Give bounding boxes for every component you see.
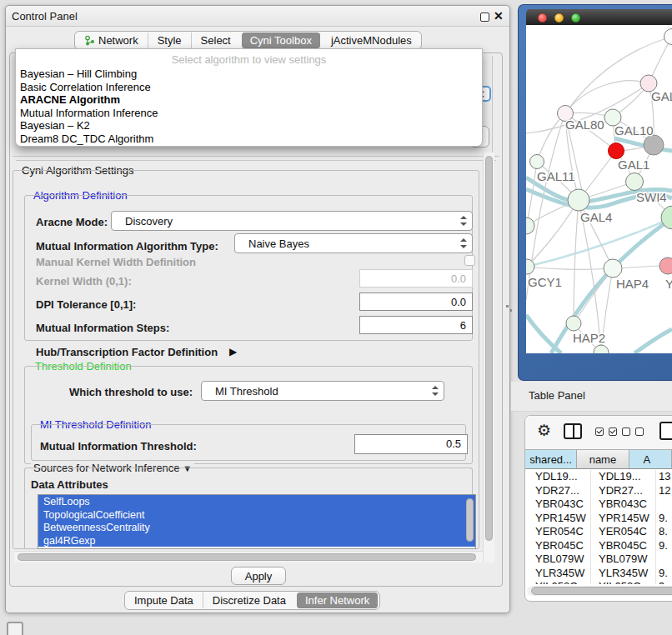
table-cell: YBR043C xyxy=(535,498,584,510)
table-row[interactable]: YER054CYER054C8. xyxy=(525,525,672,539)
node-gcy1-label: GCY1 xyxy=(528,275,562,289)
column-header[interactable]: A xyxy=(629,450,672,468)
hidden-panel-edge xyxy=(492,56,493,156)
table-row[interactable]: YDL19...YDL19...13 xyxy=(525,470,672,484)
table-hscroll-thumb[interactable] xyxy=(531,587,672,595)
deselect-all-checkboxes-icon[interactable] xyxy=(622,428,644,437)
algorithm-item[interactable]: Dream8 DC_TDC Algorithm xyxy=(16,132,482,146)
tab-label: jActiveMNodules xyxy=(331,34,412,47)
table-row[interactable]: YDR27...YDR27...12 xyxy=(525,484,672,498)
table-hscroll-track[interactable] xyxy=(527,586,672,596)
node-gcy1[interactable] xyxy=(526,259,534,274)
node-gal11-label: GAL11 xyxy=(537,169,575,183)
node-pink-right[interactable] xyxy=(659,258,672,274)
table-row[interactable]: YBL079WYBL079W xyxy=(525,552,672,567)
select-all-checkboxes-icon[interactable] xyxy=(595,428,617,437)
node-bottom[interactable] xyxy=(594,345,609,353)
table-row[interactable]: YBR045CYBR045C9. xyxy=(525,539,672,553)
table-toolbar: ⚙ xyxy=(525,416,672,449)
network-canvas[interactable]: GALGAL80GAL10GAL1GAL11SWI4GAL4GCY1HAP4YH… xyxy=(526,25,672,353)
manual-kernel-checkbox[interactable] xyxy=(464,255,475,266)
expand-right-icon[interactable]: ▶ xyxy=(229,346,237,358)
tab-infer-network[interactable]: Infer Network xyxy=(297,592,378,608)
mi-threshold-input[interactable]: 0.5 xyxy=(354,434,468,454)
data-attributes-list[interactable]: SelfLoopsTopologicalCoefficientBetweenne… xyxy=(38,494,476,549)
settings-hscroll-track[interactable] xyxy=(14,551,483,562)
attribute-item[interactable]: BetweennessCentrality xyxy=(38,521,475,534)
network-edge xyxy=(527,200,579,267)
table-cell: YDR27... xyxy=(535,484,579,497)
algorithm-item[interactable]: Mutual Information Inference xyxy=(16,107,482,120)
tab-jactivemnodules[interactable]: jActiveMNodules xyxy=(322,32,421,48)
aracne-mode-select[interactable]: Discovery xyxy=(111,211,473,231)
table-row[interactable]: YLR345WYLR345W9. xyxy=(525,567,672,581)
node-hap2[interactable] xyxy=(566,316,581,331)
tab-select[interactable]: Select xyxy=(191,32,240,48)
node-gal1[interactable] xyxy=(609,143,624,159)
table-cell: 9. xyxy=(659,539,668,552)
panel-splitter-handle[interactable] xyxy=(506,305,513,313)
mi-steps-input[interactable]: 6 xyxy=(359,316,473,334)
columns-icon[interactable] xyxy=(564,423,582,439)
algorithm-dropdown-popup: Select algorithm to view settings Bayesi… xyxy=(15,48,483,147)
node-top-right[interactable] xyxy=(664,29,672,45)
node-swi4[interactable] xyxy=(626,173,644,191)
tab-cyni-toolbox[interactable]: Cyni Toolbox xyxy=(242,32,320,48)
attribute-item[interactable]: TopologicalCoefficient xyxy=(38,508,475,522)
tab-label: Select xyxy=(201,34,231,47)
algorithm-item[interactable]: ARACNE Algorithm xyxy=(16,93,482,107)
float-window-icon[interactable] xyxy=(480,12,489,22)
gear-icon[interactable]: ⚙ xyxy=(537,421,551,440)
apply-button[interactable]: Apply xyxy=(231,567,286,585)
column-header[interactable]: shared... xyxy=(525,450,577,468)
dpi-tolerance-label: DPI Tolerance [0,1]: xyxy=(36,298,136,311)
collapsed-panel-button[interactable] xyxy=(7,622,23,635)
aracne-mode-label: Aracne Mode: xyxy=(36,216,108,228)
tab-style[interactable]: Style xyxy=(148,32,191,48)
which-threshold-select[interactable]: MI Threshold xyxy=(201,381,444,401)
tab-discretize-data[interactable]: Discretize Data xyxy=(203,592,295,608)
node-hap4[interactable] xyxy=(604,259,622,278)
algorithm-item[interactable]: Basic Correlation Inference xyxy=(16,81,482,94)
control-panel-window: Control Panel ✕ NetworkStyleSelectCyni T… xyxy=(5,5,510,613)
network-window-titlebar[interactable] xyxy=(526,9,672,25)
algorithm-item[interactable]: Bayesian – K2 xyxy=(16,119,482,132)
attribute-item[interactable]: gal4RGexp xyxy=(38,534,475,548)
network-edge xyxy=(551,218,672,353)
node-gal-top-label: GAL xyxy=(651,89,672,103)
tab-network[interactable]: Network xyxy=(75,32,148,48)
kernel-width-input[interactable]: 0.0 xyxy=(359,269,473,288)
zoom-traffic-light[interactable] xyxy=(571,13,580,22)
node-gal4[interactable] xyxy=(568,189,589,211)
settings-vscroll-track[interactable] xyxy=(483,152,494,562)
close-icon[interactable]: ✕ xyxy=(494,9,504,22)
partial-toolbar-icon[interactable] xyxy=(659,422,672,440)
attribute-item[interactable]: SelfLoops xyxy=(38,495,475,508)
list-scrollbar-thumb[interactable] xyxy=(466,498,474,542)
table-cell: 13 xyxy=(659,470,670,482)
node-left-sliver[interactable] xyxy=(526,218,534,234)
minimize-traffic-light[interactable] xyxy=(554,13,564,22)
table-row[interactable]: YPR145WYPR145W9. xyxy=(525,512,672,526)
node-gray[interactable] xyxy=(644,135,664,155)
dpi-tolerance-input[interactable]: 0.0 xyxy=(359,292,473,311)
control-panel-titlebar[interactable]: Control Panel ✕ xyxy=(6,6,509,27)
network-edge xyxy=(527,267,613,269)
table-header-row: shared...nameA xyxy=(525,449,672,469)
table-row[interactable]: YBR043CYBR043C xyxy=(525,498,672,512)
network-graph[interactable]: GALGAL80GAL10GAL1GAL11SWI4GAL4GCY1HAP4YH… xyxy=(526,25,672,353)
algorithm-item[interactable]: Bayesian – Hill Climbing xyxy=(16,68,482,81)
top-tab-bar: NetworkStyleSelectCyni ToolboxjActiveMNo… xyxy=(74,31,422,50)
settings-vscroll-thumb[interactable] xyxy=(485,156,493,541)
settings-hscroll-thumb[interactable] xyxy=(18,553,476,561)
table-panel-box: ⚙ shared...nameA YDL19...YDL19...13YDR27… xyxy=(524,415,672,602)
tab-impute-data[interactable]: Impute Data xyxy=(125,592,203,608)
close-traffic-light[interactable] xyxy=(538,13,547,22)
mi-type-select[interactable]: Naive Bayes xyxy=(234,233,473,253)
table-row[interactable]: YIL052CYIL052C9 xyxy=(525,580,672,584)
table-cell: YBR045C xyxy=(599,539,647,552)
table-cell: YDR27... xyxy=(599,484,643,497)
node-gal11[interactable] xyxy=(530,155,544,169)
bottom-tab-bar: Impute DataDiscretize DataInfer Network xyxy=(124,591,380,610)
column-header[interactable]: name xyxy=(577,450,629,468)
